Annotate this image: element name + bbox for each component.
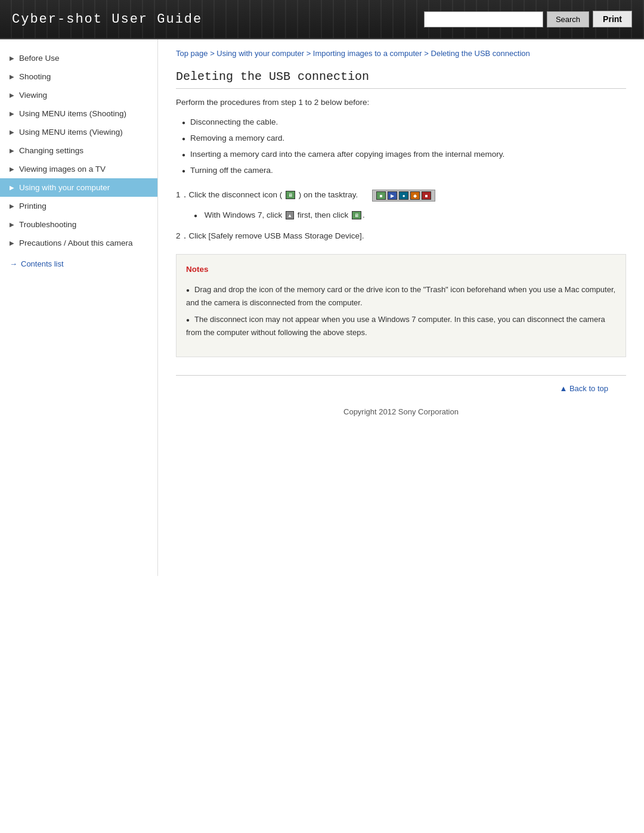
notes-box: Notes Drag and drop the icon of the memo… bbox=[176, 254, 626, 357]
print-button[interactable]: Print bbox=[593, 11, 632, 27]
notes-item: The disconnect icon may not appear when … bbox=[186, 311, 616, 341]
sidebar-item-label: Precautions / About this camera bbox=[19, 239, 133, 247]
disconnect-icon-2: 🖥 bbox=[352, 211, 361, 219]
arrow-icon: ▶ bbox=[10, 147, 14, 154]
sidebar-item-precautions[interactable]: ▶ Precautions / About this camera bbox=[0, 234, 157, 252]
sidebar-item-changing-settings[interactable]: ▶ Changing settings bbox=[0, 141, 157, 160]
search-input[interactable] bbox=[424, 11, 543, 27]
notes-title: Notes bbox=[186, 263, 616, 277]
step-1: 1．Click the disconnect icon ( 🖥 ) on the… bbox=[176, 186, 626, 222]
search-area: Search Print bbox=[424, 11, 632, 27]
breadcrumb-sep: > bbox=[306, 49, 313, 58]
breadcrumb: Top page > Using with your computer > Im… bbox=[176, 49, 626, 58]
main-content: Top page > Using with your computer > Im… bbox=[158, 39, 644, 576]
sidebar-item-printing[interactable]: ▶ Printing bbox=[0, 197, 157, 215]
sidebar-item-label: Troubleshooting bbox=[19, 220, 76, 229]
sidebar-item-label: Using with your computer bbox=[19, 183, 110, 192]
list-item: Turning off the camera. bbox=[182, 163, 626, 179]
sidebar-item-label: Using MENU items (Shooting) bbox=[19, 109, 126, 118]
tasktray-image: ■ ▶ ● ◆ ■ bbox=[372, 190, 435, 202]
arrow-icon: ▶ bbox=[10, 73, 14, 80]
tasktray-icon-4: ◆ bbox=[410, 191, 420, 200]
contents-list-link[interactable]: Contents list bbox=[0, 252, 157, 275]
sidebar-item-menu-shooting[interactable]: ▶ Using MENU items (Shooting) bbox=[0, 104, 157, 123]
sidebar-item-label: Viewing bbox=[19, 91, 47, 100]
sidebar-item-viewing[interactable]: ▶ Viewing bbox=[0, 86, 157, 104]
breadcrumb-deleting[interactable]: Deleting the USB connection bbox=[431, 49, 530, 58]
arrow-up-icon: ▲ bbox=[286, 211, 294, 219]
breadcrumb-sep: > bbox=[424, 49, 431, 58]
arrow-icon: ▶ bbox=[10, 166, 14, 172]
breadcrumb-computer[interactable]: Using with your computer bbox=[216, 49, 304, 58]
sidebar-item-viewing-tv[interactable]: ▶ Viewing images on a TV bbox=[0, 160, 157, 178]
footer-bar: Back to top bbox=[176, 375, 626, 401]
copyright: Copyright 2012 Sony Corporation bbox=[176, 401, 626, 428]
sidebar-item-label: Viewing images on a TV bbox=[19, 165, 106, 174]
arrow-icon: ▶ bbox=[10, 55, 14, 61]
notes-item: Drag and drop the icon of the memory car… bbox=[186, 281, 616, 311]
sidebar-item-shooting[interactable]: ▶ Shooting bbox=[0, 67, 157, 86]
tasktray-icon-2: ▶ bbox=[388, 191, 397, 200]
header: Cyber-shot User Guide Search Print bbox=[0, 0, 644, 39]
step-number: 1．Click the disconnect icon ( 🖥 ) on the… bbox=[176, 190, 360, 199]
site-title: Cyber-shot User Guide bbox=[12, 12, 202, 27]
sidebar-item-label: Using MENU items (Viewing) bbox=[19, 128, 123, 137]
arrow-icon: ▶ bbox=[10, 221, 14, 228]
breadcrumb-top[interactable]: Top page bbox=[176, 49, 208, 58]
notes-list: Drag and drop the icon of the memory car… bbox=[186, 281, 616, 341]
arrow-icon: ▶ bbox=[10, 110, 14, 117]
arrow-icon: ▶ bbox=[10, 240, 14, 246]
arrow-icon: ▶ bbox=[10, 203, 14, 209]
sidebar-item-menu-viewing[interactable]: ▶ Using MENU items (Viewing) bbox=[0, 123, 157, 141]
page-title: Deleting the USB connection bbox=[176, 70, 626, 89]
sidebar-item-label: Changing settings bbox=[19, 146, 83, 155]
contents-list-label: Contents list bbox=[21, 259, 64, 268]
tasktray-icon-5: ■ bbox=[422, 191, 431, 200]
page-wrapper: ▶ Before Use ▶ Shooting ▶ Viewing ▶ Usin… bbox=[0, 39, 644, 576]
search-button[interactable]: Search bbox=[547, 11, 589, 27]
arrow-icon: ▶ bbox=[10, 129, 14, 135]
step-2: 2．Click [Safely remove USB Mass Storage … bbox=[176, 230, 626, 243]
arrow-icon: ▶ bbox=[10, 92, 14, 98]
list-item: Removing a memory card. bbox=[182, 131, 626, 147]
sidebar-item-before-use[interactable]: ▶ Before Use bbox=[0, 49, 157, 67]
before-list: Disconnecting the cable. Removing a memo… bbox=[182, 114, 626, 179]
content-body: Perform the procedures from step 1 to 2 … bbox=[176, 96, 626, 357]
list-item: Disconnecting the cable. bbox=[182, 114, 626, 131]
sidebar-item-label: Before Use bbox=[19, 54, 60, 63]
breadcrumb-importing[interactable]: Importing images to a computer bbox=[313, 49, 422, 58]
tasktray-icon-3: ● bbox=[399, 191, 408, 200]
list-item: Inserting a memory card into the camera … bbox=[182, 147, 626, 163]
step-1-sub: With Windows 7, click ▲ first, then clic… bbox=[194, 209, 626, 222]
disconnect-icon: 🖥 bbox=[286, 191, 295, 199]
sidebar-item-label: Printing bbox=[19, 202, 47, 210]
back-to-top-link[interactable]: Back to top bbox=[559, 384, 608, 393]
step-number: 2．Click [Safely remove USB Mass Storage … bbox=[176, 231, 364, 240]
intro-text: Perform the procedures from step 1 to 2 … bbox=[176, 96, 626, 110]
sidebar-item-label: Shooting bbox=[19, 72, 51, 81]
sidebar-item-using-computer[interactable]: ▶ Using with your computer bbox=[0, 178, 157, 197]
sidebar-item-troubleshooting[interactable]: ▶ Troubleshooting bbox=[0, 215, 157, 234]
sidebar: ▶ Before Use ▶ Shooting ▶ Viewing ▶ Usin… bbox=[0, 39, 158, 576]
breadcrumb-sep: > bbox=[210, 49, 216, 58]
arrow-icon: ▶ bbox=[10, 184, 14, 191]
tasktray-icon-1: ■ bbox=[376, 191, 386, 200]
